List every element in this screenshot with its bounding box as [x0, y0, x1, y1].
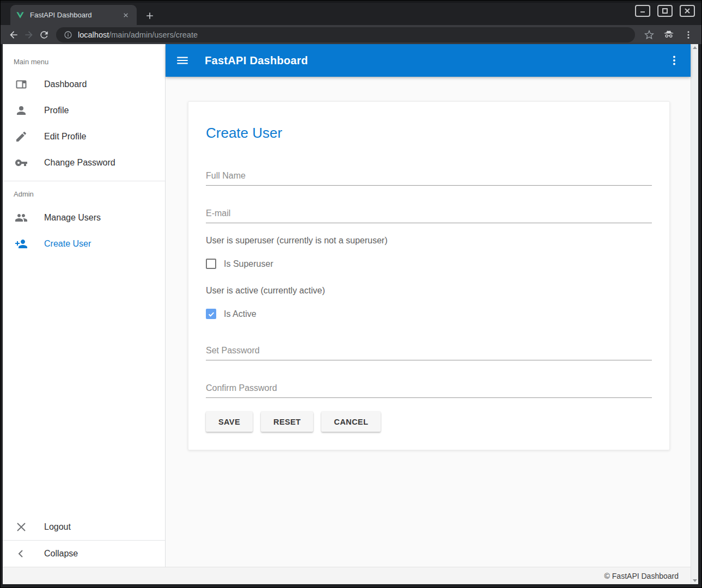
page-content: Create User User is superuser (currently…	[166, 77, 691, 567]
sidebar-spacer	[3, 257, 165, 514]
close-icon	[684, 8, 691, 14]
browser-tab[interactable]: FastAPI Dashboard	[10, 5, 137, 25]
save-button[interactable]: SAVE	[206, 412, 253, 432]
back-button[interactable]	[6, 27, 21, 42]
logout-x-icon	[15, 520, 28, 534]
is-active-checkbox-row[interactable]: Is Active	[206, 309, 652, 319]
sidebar-item-label: Create User	[44, 239, 91, 249]
people-icon	[15, 211, 28, 224]
page-viewport: Main menu Dashboard	[3, 44, 698, 584]
app-bar: FastAPI Dashboard	[166, 44, 691, 77]
cancel-button[interactable]: CANCEL	[321, 412, 381, 432]
checkbox-label: Is Superuser	[224, 259, 273, 269]
toolbar-right	[642, 27, 696, 42]
sidebar-item-manage-users[interactable]: Manage Users	[3, 205, 165, 231]
full-name-input[interactable]	[206, 171, 652, 186]
incognito-badge	[661, 27, 676, 42]
sidebar-item-label: Manage Users	[44, 213, 101, 223]
form-buttons: SAVE RESET CANCEL	[206, 412, 652, 432]
set-password-field-wrap	[206, 346, 652, 360]
reset-button[interactable]: RESET	[261, 412, 313, 432]
is-superuser-checkbox[interactable]	[206, 259, 216, 269]
reload-icon	[39, 29, 50, 40]
set-password-input[interactable]	[206, 346, 652, 360]
url-path: /main/admin/users/create	[109, 30, 198, 39]
window-controls	[635, 5, 695, 17]
footer-copyright: © FastAPI Dashboard	[605, 572, 679, 580]
full-name-field-wrap	[206, 171, 652, 186]
url-host: localhost	[78, 30, 109, 39]
sidebar-item-dashboard[interactable]: Dashboard	[3, 71, 165, 97]
kebab-menu-icon	[668, 54, 681, 67]
browser-toolbar: localhost/main/admin/users/create	[1, 25, 701, 44]
is-active-checkbox[interactable]	[206, 309, 216, 319]
minimize-icon	[639, 8, 646, 14]
forward-arrow-icon	[23, 29, 34, 40]
appbar-menu-button[interactable]	[668, 54, 681, 67]
sidebar: Main menu Dashboard	[3, 44, 166, 567]
scroll-up-arrow-icon[interactable]	[693, 46, 697, 49]
sidebar-item-logout[interactable]: Logout	[3, 514, 165, 540]
plus-icon	[144, 10, 155, 21]
kebab-menu-icon	[683, 30, 693, 40]
page-scrollbar[interactable]	[691, 44, 698, 584]
sidebar-item-label: Change Password	[44, 158, 115, 168]
window-minimize-button[interactable]	[635, 5, 650, 17]
site-info-icon[interactable]	[64, 30, 72, 39]
sidebar-item-create-user[interactable]: Create User	[3, 231, 165, 257]
person-add-icon	[15, 237, 28, 250]
scroll-down-arrow-icon[interactable]	[693, 579, 697, 582]
reload-button[interactable]	[36, 27, 52, 42]
sidebar-item-label: Collapse	[44, 549, 78, 559]
pencil-icon	[15, 130, 28, 143]
browser-menu-button[interactable]	[681, 27, 696, 42]
url-bar[interactable]: localhost/main/admin/users/create	[56, 27, 635, 42]
dashboard-icon	[15, 78, 28, 91]
window-maximize-button[interactable]	[657, 5, 673, 17]
sidebar-section-admin: Admin	[3, 181, 165, 205]
active-hint: User is active (currently active)	[206, 285, 652, 296]
hamburger-menu-button[interactable]	[175, 53, 190, 68]
tab-close-icon[interactable]	[120, 10, 131, 21]
window-close-button[interactable]	[680, 5, 695, 17]
superuser-hint: User is superuser (currently is not a su…	[206, 235, 652, 246]
main-area: FastAPI Dashboard Create User	[166, 44, 691, 567]
sidebar-item-label: Edit Profile	[44, 132, 86, 142]
email-field-wrap	[206, 209, 652, 223]
sidebar-section-main-menu: Main menu	[3, 44, 165, 71]
page-title: Create User	[206, 125, 652, 141]
back-arrow-icon	[8, 29, 19, 40]
url-text: localhost/main/admin/users/create	[78, 30, 198, 39]
sidebar-item-edit-profile[interactable]: Edit Profile	[3, 124, 165, 150]
sidebar-item-profile[interactable]: Profile	[3, 97, 165, 124]
email-input[interactable]	[206, 209, 652, 223]
chevron-left-icon	[15, 547, 28, 560]
is-superuser-checkbox-row[interactable]: Is Superuser	[206, 259, 652, 269]
star-icon	[644, 30, 654, 40]
create-user-card: Create User User is superuser (currently…	[188, 101, 670, 450]
sidebar-item-label: Profile	[44, 106, 69, 115]
check-icon	[207, 310, 215, 318]
maximize-icon	[662, 8, 668, 14]
hamburger-icon	[175, 53, 190, 68]
sidebar-item-change-password[interactable]: Change Password	[3, 150, 165, 176]
checkbox-label: Is Active	[224, 309, 257, 319]
vue-favicon-icon	[16, 11, 25, 20]
browser-titlebar: FastAPI Dashboard	[1, 1, 701, 25]
forward-button[interactable]	[21, 27, 36, 42]
bookmark-button[interactable]	[642, 27, 657, 42]
incognito-icon	[663, 29, 674, 40]
tab-title: FastAPI Dashboard	[30, 11, 120, 19]
key-icon	[15, 156, 28, 169]
page-footer: © FastAPI Dashboard	[3, 567, 691, 584]
appbar-title: FastAPI Dashboard	[205, 54, 308, 67]
new-tab-button[interactable]	[143, 9, 156, 22]
person-icon	[15, 104, 28, 117]
confirm-password-input[interactable]	[206, 383, 652, 398]
sidebar-item-label: Dashboard	[44, 79, 87, 89]
browser-window: FastAPI Dashboard	[0, 0, 702, 588]
confirm-password-field-wrap	[206, 383, 652, 398]
sidebar-item-label: Logout	[44, 522, 71, 532]
sidebar-item-collapse[interactable]: Collapse	[3, 541, 165, 567]
